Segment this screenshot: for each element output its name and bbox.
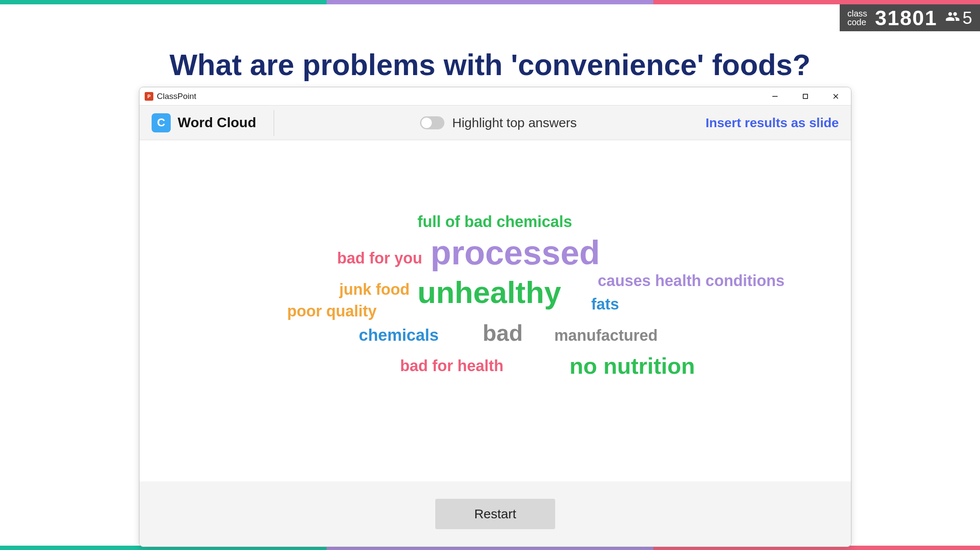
participant-count: 5	[945, 8, 972, 28]
word-cloud-word: causes health conditions	[598, 273, 785, 289]
word-cloud-word: bad for health	[400, 358, 503, 374]
minimize-button[interactable]	[760, 87, 790, 105]
restart-button[interactable]: Restart	[435, 499, 556, 529]
window-titlebar: P ClassPoint	[139, 87, 851, 105]
class-code-label-line2: code	[848, 18, 867, 26]
participant-count-value: 5	[963, 8, 972, 28]
word-cloud-word: bad	[483, 322, 523, 344]
word-cloud-word: manufactured	[554, 328, 658, 343]
page-title: What are problems with 'convenience' foo…	[0, 48, 980, 82]
toolbar-divider	[274, 110, 274, 136]
word-cloud-word: junk food	[339, 282, 410, 297]
word-cloud-word: chemicals	[359, 327, 439, 343]
footer-bar: Restart	[139, 481, 851, 547]
class-code-value: 31801	[875, 6, 937, 30]
word-cloud-area: full of bad chemicalsbad for youprocesse…	[139, 140, 851, 481]
people-icon	[945, 8, 960, 28]
powerpoint-icon: P	[145, 92, 153, 101]
top-accent-bar	[0, 0, 980, 4]
class-code-label-line1: class	[848, 9, 867, 18]
classpoint-window: P ClassPoint C Word Cloud Highlight top …	[139, 87, 851, 547]
word-cloud-word: poor quality	[287, 303, 377, 319]
maximize-button[interactable]	[790, 87, 821, 105]
close-button[interactable]	[821, 87, 851, 105]
svg-rect-1	[803, 94, 808, 99]
toolbar: C Word Cloud Highlight top answers Inser…	[139, 105, 851, 140]
word-cloud-word: full of bad chemicals	[417, 214, 572, 230]
classpoint-logo-icon: C	[152, 113, 171, 132]
toggle-knob	[421, 118, 432, 128]
insert-results-link[interactable]: Insert results as slide	[705, 115, 839, 130]
window-app-name: ClassPoint	[157, 92, 196, 101]
tool-title: Word Cloud	[178, 115, 256, 131]
word-cloud-word: bad for you	[337, 250, 422, 266]
highlight-toggle[interactable]	[420, 116, 444, 129]
word-cloud-word: no nutrition	[569, 355, 695, 377]
class-code-badge: class code 31801 5	[840, 4, 980, 31]
word-cloud-word: unhealthy	[417, 277, 561, 308]
highlight-toggle-label: Highlight top answers	[452, 115, 577, 130]
word-cloud-word: processed	[430, 236, 600, 270]
word-cloud-word: fats	[591, 296, 619, 312]
class-code-label: class code	[848, 9, 867, 26]
